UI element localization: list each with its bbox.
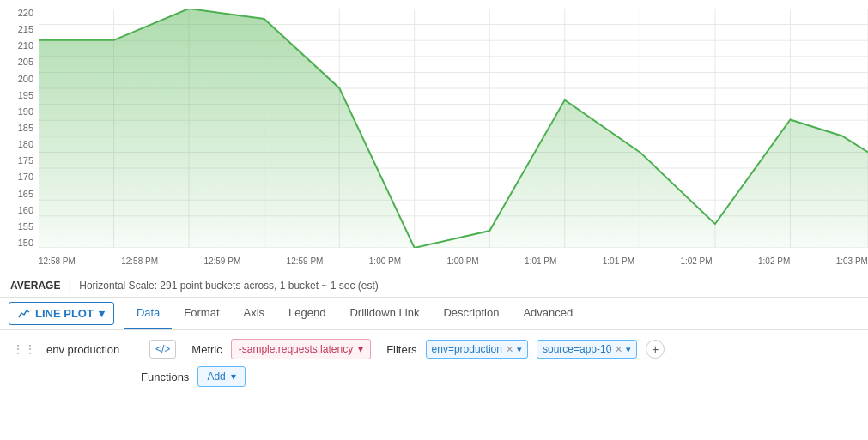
chart-area-fill [39, 9, 868, 248]
chart-type-label: LINE PLOT [35, 307, 94, 320]
x-label: 12:59 PM [287, 256, 324, 266]
y-label: 170 [18, 172, 33, 182]
chart-type-button[interactable]: LINE PLOT ▾ [9, 302, 114, 325]
x-label: 12:58 PM [121, 256, 158, 266]
y-label: 150 [18, 238, 33, 248]
y-label: 210 [18, 41, 33, 51]
drag-handle[interactable]: ⋮⋮ [10, 341, 38, 358]
y-label: 160 [18, 206, 33, 215]
line-chart-svg [39, 9, 868, 248]
filter-tag-1-remove[interactable]: ✕ [506, 344, 513, 355]
y-label: 175 [18, 156, 33, 166]
stats-bar: AVERAGE | Horizontal Scale: 291 point bu… [0, 274, 868, 298]
stats-scale-info: Horizontal Scale: 291 point buckets acro… [79, 280, 379, 292]
tab-data[interactable]: Data [124, 298, 172, 329]
y-label: 200 [18, 75, 33, 84]
y-label: 155 [18, 222, 33, 232]
chart-container: 220 215 210 205 200 195 190 185 180 175 … [0, 0, 868, 274]
bottom-panel: ⋮⋮ env production </> Metric -sample.req… [0, 330, 868, 395]
y-label: 215 [18, 25, 33, 34]
y-label: 220 [18, 9, 33, 18]
y-label: 190 [18, 107, 33, 117]
x-label: 12:59 PM [203, 256, 240, 266]
y-label: 185 [18, 124, 33, 133]
x-label: 1:02 PM [758, 256, 790, 266]
x-label: 1:02 PM [680, 256, 712, 266]
tab-description[interactable]: Description [431, 298, 511, 329]
functions-dropdown[interactable]: Add ▾ [197, 366, 245, 387]
x-axis: 12:58 PM 12:58 PM 12:59 PM 12:59 PM 1:00… [39, 248, 868, 274]
tab-drilldown-link[interactable]: Drilldown Link [337, 298, 431, 329]
metric-label: Metric [191, 343, 222, 356]
metric-value: -sample.requests.latency [239, 343, 353, 355]
metric-dropdown[interactable]: -sample.requests.latency ▾ [231, 339, 371, 359]
tabs-row: LINE PLOT ▾ Data Format Axis Legend Dril… [0, 298, 868, 330]
filter-tag-2-value: source=app-10 [543, 343, 611, 355]
filter-tag-1-chevron[interactable]: ▾ [517, 344, 522, 355]
filter-tag-2-chevron[interactable]: ▾ [626, 344, 631, 355]
metric-row: ⋮⋮ env production </> Metric -sample.req… [10, 339, 858, 359]
tab-legend[interactable]: Legend [276, 298, 337, 329]
stats-divider: | [69, 280, 71, 292]
functions-value: Add [207, 371, 225, 383]
metric-dropdown-arrow: ▾ [358, 343, 363, 355]
y-label: 180 [18, 140, 33, 149]
functions-row: Functions Add ▾ [141, 366, 858, 387]
x-label: 1:00 PM [369, 256, 401, 266]
series-name: env production [46, 343, 141, 356]
y-label: 195 [18, 91, 33, 100]
filters-label: Filters [386, 343, 416, 356]
x-label: 1:01 PM [603, 256, 634, 266]
y-label: 165 [18, 190, 33, 199]
tab-format[interactable]: Format [172, 298, 231, 329]
line-plot-icon [18, 308, 30, 320]
add-filter-button[interactable]: + [646, 340, 665, 359]
x-label: 1:03 PM [836, 256, 868, 266]
tab-advanced[interactable]: Advanced [511, 298, 585, 329]
x-label: 12:58 PM [39, 256, 76, 266]
functions-label: Functions [141, 371, 189, 383]
filter-tag-1-value: env=production [432, 343, 502, 355]
code-toggle-button[interactable]: </> [149, 340, 176, 359]
filter-tag-2[interactable]: source=app-10 ✕ ▾ [537, 340, 637, 359]
x-label: 1:00 PM [446, 256, 478, 266]
x-label: 1:01 PM [525, 256, 556, 266]
y-axis: 220 215 210 205 200 195 190 185 180 175 … [0, 9, 39, 248]
stats-average-label: AVERAGE [10, 280, 60, 292]
y-label: 205 [18, 57, 33, 67]
functions-dropdown-arrow: ▾ [231, 371, 236, 383]
filter-tag-2-remove[interactable]: ✕ [615, 344, 622, 355]
filter-tag-1[interactable]: env=production ✕ ▾ [426, 340, 528, 359]
chart-type-chevron: ▾ [99, 307, 105, 320]
tab-axis[interactable]: Axis [232, 298, 277, 329]
